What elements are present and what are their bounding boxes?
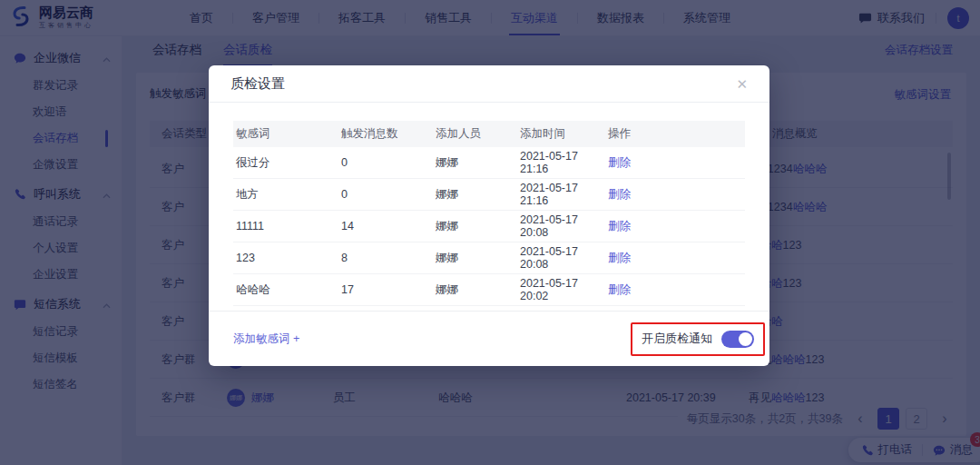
cell-word: 地方: [236, 187, 341, 203]
cell-person: 娜娜: [436, 155, 520, 171]
delete-link[interactable]: 删除: [608, 155, 745, 171]
modal-title: 质检设置: [230, 75, 285, 93]
qc-notify-toggle[interactable]: [721, 331, 754, 348]
app-screen: 网易云商 互客销售中心 首页客户管理拓客工具销售工具互动渠道数据报表系统管理 联…: [0, 0, 980, 465]
modal-footer: 添加敏感词 + 开启质检通知: [209, 311, 769, 366]
close-icon[interactable]: ✕: [736, 77, 748, 91]
modal-body: 敏感词触发消息数添加人员添加时间操作 很过分0娜娜2021-05-17 21:1…: [209, 103, 769, 306]
modal-col-header-1: 敏感词: [236, 126, 341, 142]
add-sensitive-word-link[interactable]: 添加敏感词 +: [233, 331, 299, 347]
delete-link[interactable]: 删除: [608, 251, 745, 266]
qc-notify-toggle-label: 开启质检通知: [642, 331, 712, 347]
cell-count: 14: [341, 220, 436, 232]
cell-person: 娜娜: [436, 187, 520, 203]
modal-col-header-5: 操作: [608, 126, 745, 142]
cell-word: 很过分: [236, 155, 341, 171]
modal-table-row: 地方0娜娜2021-05-17 21:16删除: [233, 179, 745, 211]
cell-person: 娜娜: [436, 219, 520, 234]
cell-time: 2021-05-17 20:02: [520, 277, 608, 302]
cell-time: 2021-05-17 20:08: [520, 213, 608, 239]
modal-table-row: 1111114娜娜2021-05-17 20:08删除: [233, 211, 745, 242]
cell-time: 2021-05-17 21:16: [520, 150, 608, 175]
modal-table-header: 敏感词触发消息数添加人员添加时间操作: [233, 121, 745, 147]
cell-word: 123: [236, 252, 341, 264]
cell-person: 娜娜: [436, 282, 520, 298]
cell-person: 娜娜: [436, 251, 520, 266]
modal-table-rows: 很过分0娜娜2021-05-17 21:16删除地方0娜娜2021-05-17 …: [233, 147, 745, 306]
delete-link[interactable]: 删除: [608, 282, 745, 298]
cell-count: 0: [341, 156, 436, 169]
modal-table-row: 哈哈哈17娜娜2021-05-17 20:02删除: [233, 274, 745, 306]
cell-word: 11111: [236, 220, 341, 232]
cell-time: 2021-05-17 20:08: [520, 245, 608, 271]
cell-count: 0: [341, 188, 436, 201]
delete-link[interactable]: 删除: [608, 219, 745, 234]
cell-count: 8: [341, 252, 436, 264]
modal-col-header-3: 添加人员: [436, 126, 520, 142]
modal-col-header-2: 触发消息数: [341, 126, 436, 142]
annotation-highlight-box: 开启质检通知: [631, 322, 765, 356]
toggle-knob: [739, 332, 752, 346]
qc-settings-modal: 质检设置 ✕ 敏感词触发消息数添加人员添加时间操作 很过分0娜娜2021-05-…: [209, 65, 769, 366]
modal-table-row: 很过分0娜娜2021-05-17 21:16删除: [233, 147, 745, 179]
modal-table-row: 1238娜娜2021-05-17 20:08删除: [233, 242, 745, 274]
modal-col-header-4: 添加时间: [520, 126, 608, 142]
delete-link[interactable]: 删除: [608, 187, 745, 203]
cell-word: 哈哈哈: [236, 282, 341, 298]
cell-time: 2021-05-17 21:16: [520, 182, 608, 207]
cell-count: 17: [341, 283, 436, 296]
modal-header: 质检设置 ✕: [209, 65, 769, 103]
